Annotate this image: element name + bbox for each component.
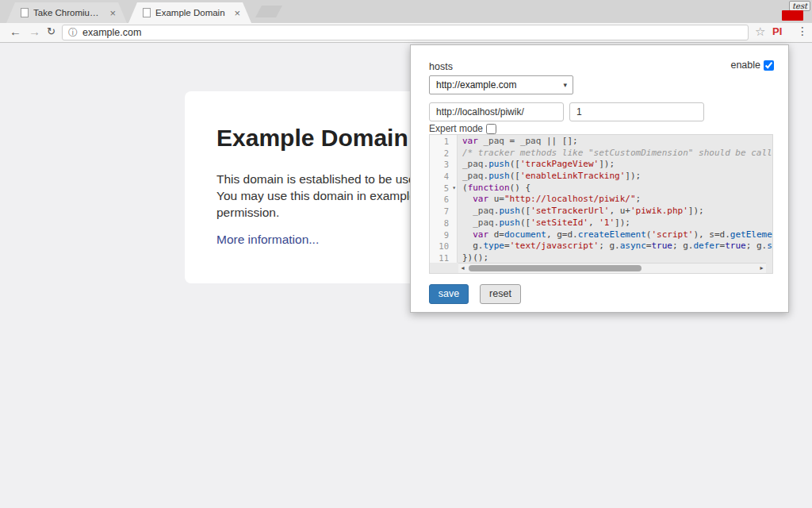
horizontal-scrollbar[interactable]: ◂ ▸: [458, 263, 766, 273]
enable-option: enable: [730, 60, 774, 71]
hosts-label: hosts: [429, 61, 453, 72]
host-select-value: http://example.com: [436, 79, 563, 90]
enable-checkbox[interactable]: [764, 60, 774, 71]
bookmark-star-icon[interactable]: ☆: [755, 25, 765, 39]
expert-mode-label: Expert mode: [429, 123, 483, 134]
piwik-extension-popup: hosts enable http://example.com ▾ Expert…: [410, 44, 789, 313]
close-tab-icon[interactable]: ×: [109, 8, 116, 18]
expert-mode-option: Expert mode: [429, 123, 496, 134]
tab-strip: Take Chromium every × Example Domain × t…: [0, 0, 812, 23]
scroll-right-icon[interactable]: ▸: [757, 264, 766, 273]
more-information-link[interactable]: More information...: [216, 233, 319, 247]
chevron-down-icon: ▾: [563, 81, 567, 89]
save-button[interactable]: save: [429, 284, 469, 304]
new-tab-button[interactable]: [255, 6, 282, 17]
site-id-input[interactable]: [569, 102, 704, 121]
address-bar[interactable]: ⓘ example.com: [62, 25, 749, 40]
enable-label: enable: [730, 60, 760, 71]
back-icon[interactable]: ←: [10, 24, 21, 40]
editor-gutter: 12345▾67891011: [430, 135, 458, 263]
scrollbar-thumb[interactable]: [469, 265, 642, 271]
tab-chromium[interactable]: Take Chromium every ×: [6, 2, 127, 23]
tab-label: Example Domain: [155, 8, 229, 17]
reload-icon[interactable]: ↻: [47, 24, 56, 40]
recording-indicator: [782, 10, 803, 21]
page-info-icon[interactable]: ⓘ: [68, 26, 78, 40]
browser-menu-icon[interactable]: ⋮: [797, 25, 808, 37]
tab-label: Take Chromium every: [33, 8, 105, 17]
forward-icon[interactable]: →: [29, 24, 40, 40]
expert-mode-checkbox[interactable]: [486, 124, 496, 134]
scroll-left-icon[interactable]: ◂: [458, 264, 467, 273]
url-text: example.com: [82, 27, 141, 38]
host-select[interactable]: http://example.com ▾: [429, 75, 573, 94]
editor-code[interactable]: var _paq = _paq || [];/* tracker methods…: [458, 135, 772, 263]
page-favicon-icon: [143, 8, 151, 17]
close-tab-icon[interactable]: ×: [234, 8, 240, 18]
tracker-url-input[interactable]: [429, 102, 564, 121]
tracking-code-editor[interactable]: 12345▾67891011 var _paq = _paq || [];/* …: [429, 134, 773, 274]
tab-example-domain[interactable]: Example Domain ×: [128, 2, 251, 23]
piwik-extension-icon[interactable]: PI: [772, 25, 782, 37]
reset-button[interactable]: reset: [480, 284, 521, 304]
page-favicon-icon: [21, 8, 29, 17]
browser-window: Take Chromium every × Example Domain × t…: [0, 0, 812, 508]
